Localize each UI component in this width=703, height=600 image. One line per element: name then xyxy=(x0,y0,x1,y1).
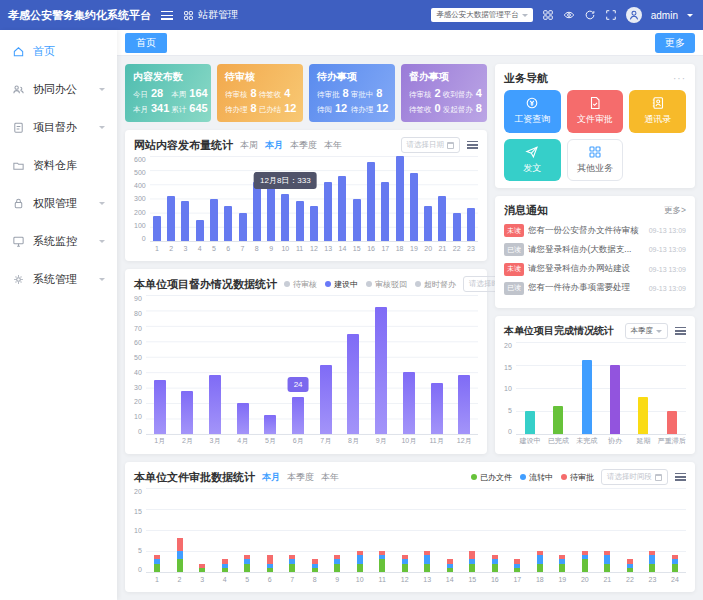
bar[interactable] xyxy=(310,206,318,241)
message-item[interactable]: 未读 您有一份公安督办文件待审核 09-13 13:09 xyxy=(504,224,686,237)
nav-item-file-approval[interactable]: 文件审批 xyxy=(567,90,624,133)
legend-item[interactable]: 超时督办 xyxy=(415,279,456,290)
bar-column[interactable] xyxy=(173,295,201,434)
site-group-button[interactable]: 站群管理 xyxy=(183,8,238,22)
bar[interactable] xyxy=(224,206,232,241)
bar[interactable] xyxy=(296,201,304,241)
bar-column[interactable] xyxy=(367,295,395,434)
bar-column[interactable] xyxy=(340,295,368,434)
bar-column[interactable] xyxy=(407,156,421,241)
bar-column[interactable] xyxy=(506,488,529,572)
eye-icon[interactable] xyxy=(563,9,575,21)
legend-item[interactable]: 待审核 xyxy=(284,279,317,290)
tab-month[interactable]: 本月 xyxy=(265,139,283,152)
bar-column[interactable] xyxy=(236,488,259,572)
date-range-picker[interactable]: 请选择时间段 xyxy=(601,469,668,485)
bar-column[interactable] xyxy=(393,488,416,572)
bar-column[interactable] xyxy=(312,295,340,434)
bar-column[interactable] xyxy=(168,488,191,572)
bar-column[interactable] xyxy=(201,295,229,434)
bar-column[interactable] xyxy=(461,488,484,572)
bar-column[interactable] xyxy=(307,156,321,241)
bar-column[interactable] xyxy=(146,295,174,434)
bar-column[interactable] xyxy=(516,342,544,434)
bar-column[interactable] xyxy=(658,342,686,434)
apps-icon[interactable] xyxy=(542,9,554,21)
nav-item-other-business[interactable]: 其他业务 xyxy=(567,139,624,182)
bar-column[interactable] xyxy=(378,156,392,241)
bar-column[interactable] xyxy=(207,156,221,241)
message-item[interactable]: 已读 请您登录科信办(大数据支... 09-13 13:09 xyxy=(504,243,686,256)
bar[interactable] xyxy=(582,360,592,434)
chart-menu-icon[interactable] xyxy=(675,473,686,481)
bar-column[interactable] xyxy=(229,295,257,434)
file-approval-chart[interactable]: 2015105012345678910111213141516171819202… xyxy=(134,488,686,585)
nav-item-contacts[interactable]: 通讯录 xyxy=(629,90,686,133)
bar-column[interactable] xyxy=(364,156,378,241)
bar-column[interactable] xyxy=(641,488,664,572)
sidebar-item-system-monitor[interactable]: 系统监控 xyxy=(0,222,117,260)
bar-column[interactable] xyxy=(146,488,169,572)
bar[interactable] xyxy=(410,173,418,241)
bar[interactable] xyxy=(253,182,261,242)
bar[interactable] xyxy=(610,365,620,434)
sidebar-item-home[interactable]: 首页 xyxy=(0,32,117,70)
tab-home[interactable]: 首页 xyxy=(125,33,167,53)
bar-column[interactable] xyxy=(484,488,507,572)
fullscreen-icon[interactable] xyxy=(605,9,617,21)
message-item[interactable]: 已读 您有一件待办事项需要处理 09-13 13:09 xyxy=(504,282,686,295)
bar-column[interactable] xyxy=(371,488,394,572)
bar[interactable] xyxy=(453,213,461,241)
bar[interactable] xyxy=(210,199,218,242)
bar-column[interactable] xyxy=(193,156,207,241)
panel-menu-icon[interactable]: ··· xyxy=(673,73,686,84)
sidebar-item-collab-office[interactable]: 协同办公 xyxy=(0,70,117,108)
bar-column[interactable] xyxy=(164,156,178,241)
bar-column[interactable] xyxy=(293,156,307,241)
bar[interactable] xyxy=(424,206,432,241)
bar-column[interactable] xyxy=(551,488,574,572)
avatar[interactable] xyxy=(626,7,642,23)
bar[interactable] xyxy=(347,334,359,434)
bar-column[interactable] xyxy=(596,488,619,572)
bar[interactable] xyxy=(458,375,470,434)
bar-column[interactable] xyxy=(416,488,439,572)
sidebar-collapse-button[interactable] xyxy=(161,11,173,20)
tab-year[interactable]: 本年 xyxy=(324,139,342,152)
bar-column[interactable] xyxy=(258,488,281,572)
bar[interactable] xyxy=(237,403,249,434)
legend-item[interactable]: 流转中 xyxy=(520,472,553,483)
bar[interactable] xyxy=(396,156,404,241)
sidebar-item-system-manage[interactable]: 系统管理 xyxy=(0,260,117,298)
nav-item-salary-query[interactable]: 工资查询 xyxy=(504,90,561,133)
tab-month[interactable]: 本月 xyxy=(262,471,280,484)
username[interactable]: admin xyxy=(651,10,678,21)
bar-column[interactable] xyxy=(574,488,597,572)
bar-column[interactable] xyxy=(392,156,406,241)
bar-column[interactable] xyxy=(573,342,601,434)
nav-item-send-document[interactable]: 发文 xyxy=(504,139,561,182)
bar-column[interactable] xyxy=(544,342,572,434)
bar-column[interactable] xyxy=(264,156,278,241)
bar[interactable] xyxy=(431,383,443,434)
bar[interactable] xyxy=(209,375,221,434)
bar[interactable] xyxy=(338,176,346,241)
bar-column[interactable] xyxy=(601,342,629,434)
bar-column[interactable] xyxy=(421,156,435,241)
sidebar-item-data-repository[interactable]: 资料仓库 xyxy=(0,146,117,184)
bar[interactable] xyxy=(320,365,332,435)
bar[interactable] xyxy=(667,411,677,434)
bar[interactable] xyxy=(324,182,332,242)
chart-menu-icon[interactable] xyxy=(675,327,686,335)
legend-item[interactable]: 审核驳回 xyxy=(366,279,407,290)
bar-column[interactable] xyxy=(178,156,192,241)
bar[interactable] xyxy=(525,411,535,434)
bar[interactable] xyxy=(267,187,275,241)
bar-column[interactable] xyxy=(321,156,335,241)
bar-column[interactable] xyxy=(335,156,349,241)
tab-week[interactable]: 本周 xyxy=(240,139,258,152)
messages-more-link[interactable]: 更多> xyxy=(664,205,686,217)
bar-column[interactable] xyxy=(464,156,478,241)
bar[interactable] xyxy=(292,397,304,434)
bar-column[interactable] xyxy=(235,156,249,241)
